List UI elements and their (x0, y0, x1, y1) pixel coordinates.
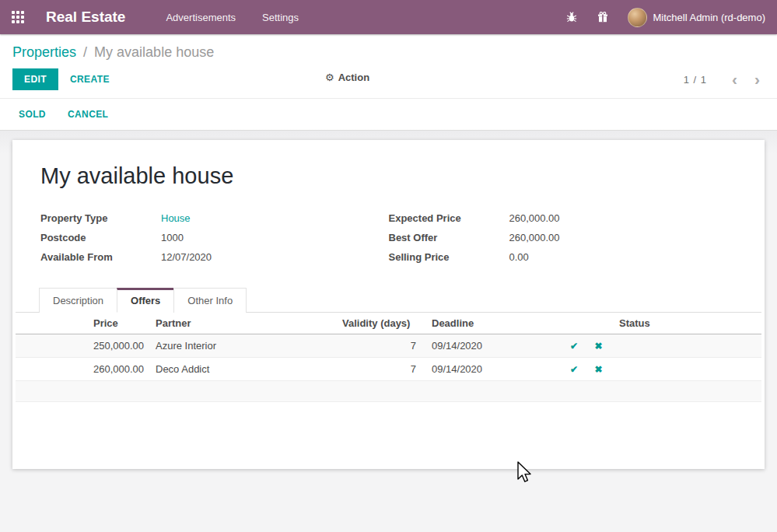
empty-row (16, 381, 761, 402)
tab-other-info[interactable]: Other Info (173, 288, 247, 313)
offer-row-azure-interior[interactable]: 250,000.00 Azure Interior 7 09/14/2020 ✔… (16, 334, 761, 358)
refuse-offer-icon[interactable]: ✖ (594, 364, 602, 375)
postcode-label: Postcode (40, 232, 161, 243)
available-from-label: Available From (40, 251, 161, 263)
offer-validity: 7 (334, 358, 424, 381)
handle-column-header (16, 313, 86, 334)
menu-advertisements[interactable]: Advertisements (166, 12, 236, 23)
sold-button[interactable]: SOLD (19, 109, 46, 120)
offer-partner: Azure Interior (148, 334, 334, 358)
gift-icon[interactable] (597, 11, 609, 23)
action-menu-button[interactable]: ⚙ Action (325, 72, 369, 83)
validity-column-header[interactable]: Validity (days) (334, 313, 424, 334)
main-menu: Advertisements Settings (166, 12, 299, 23)
best-offer-value: 260,000.00 (509, 232, 560, 243)
postcode-value: 1000 (161, 232, 184, 243)
pager-count: 1 / 1 (684, 74, 707, 86)
offer-price: 260,000.00 (86, 358, 148, 381)
user-name: Mitchell Admin (rd-demo) (653, 12, 766, 23)
field-column-left: Property Type House Postcode 1000 Availa… (40, 212, 389, 271)
offers-table-header-row: Price Partner Validity (days) Deadline S… (16, 313, 761, 334)
gear-icon: ⚙ (325, 72, 334, 83)
top-navbar: Real Estate Advertisements Settings (0, 0, 777, 34)
navbar-right: Mitchell Admin (rd-demo) (565, 8, 766, 27)
form-sheet: My available house Property Type House P… (12, 140, 765, 469)
field-best-offer: Best Offer 260,000.00 (389, 232, 737, 243)
available-from-value: 12/07/2020 (161, 251, 212, 263)
notebook: Description Offers Other Info Price Part… (16, 288, 761, 402)
offer-status (611, 358, 761, 381)
control-panel-buttons: EDIT CREATE ⚙ Action 1 / 1 ‹ › (12, 68, 765, 90)
property-type-value[interactable]: House (161, 212, 191, 224)
record-title: My available house (40, 163, 737, 189)
field-expected-price: Expected Price 260,000.00 (389, 212, 737, 224)
offers-table: Price Partner Validity (days) Deadline S… (16, 313, 761, 402)
field-column-right: Expected Price 260,000.00 Best Offer 260… (389, 212, 737, 271)
field-grid: Property Type House Postcode 1000 Availa… (40, 212, 737, 271)
accept-offer-icon[interactable]: ✔ (570, 341, 578, 352)
field-selling-price: Selling Price 0.00 (389, 251, 737, 263)
form-view-background: My available house Property Type House P… (0, 131, 777, 478)
create-button[interactable]: CREATE (58, 68, 121, 90)
price-column-header[interactable]: Price (86, 313, 148, 334)
tab-description[interactable]: Description (39, 288, 117, 313)
field-property-type: Property Type House (40, 212, 389, 224)
edit-button[interactable]: EDIT (12, 68, 58, 90)
tab-offers[interactable]: Offers (117, 288, 174, 313)
control-panel: Properties / My available house EDIT CRE… (0, 34, 777, 98)
property-type-label: Property Type (40, 212, 161, 224)
pager-next-icon[interactable]: › (750, 72, 765, 86)
breadcrumb: Properties / My available house (12, 44, 765, 61)
form-statusbar: SOLD CANCEL (0, 98, 777, 131)
refuse-offer-icon[interactable]: ✖ (594, 341, 602, 352)
status-column-header[interactable]: Status (611, 313, 761, 334)
breadcrumb-current: My available house (94, 44, 214, 60)
debug-bug-icon[interactable] (565, 11, 578, 23)
apps-grid-icon[interactable] (12, 11, 24, 23)
offer-deadline: 09/14/2020 (424, 334, 562, 358)
menu-settings[interactable]: Settings (262, 12, 299, 23)
field-postcode: Postcode 1000 (40, 232, 389, 243)
tab-bar: Description Offers Other Info (16, 288, 761, 313)
offer-deadline: 09/14/2020 (424, 358, 562, 381)
pager: 1 / 1 ‹ › (684, 72, 765, 86)
field-available-from: Available From 12/07/2020 (40, 251, 389, 263)
app-name[interactable]: Real Estate (46, 9, 125, 26)
accept-column-header (562, 313, 586, 334)
user-menu[interactable]: Mitchell Admin (rd-demo) (628, 8, 766, 27)
breadcrumb-properties[interactable]: Properties (12, 44, 76, 60)
expected-price-value: 260,000.00 (509, 212, 560, 224)
offer-row-deco-addict[interactable]: 260,000.00 Deco Addict 7 09/14/2020 ✔ ✖ (16, 358, 761, 381)
partner-column-header[interactable]: Partner (148, 313, 334, 334)
offer-price: 250,000.00 (86, 334, 148, 358)
user-avatar (628, 8, 647, 27)
offer-validity: 7 (334, 334, 424, 358)
deadline-column-header[interactable]: Deadline (424, 313, 562, 334)
breadcrumb-separator: / (83, 44, 87, 60)
action-label: Action (338, 72, 369, 83)
pager-previous-icon[interactable]: ‹ (727, 72, 742, 86)
offer-partner: Deco Addict (148, 358, 334, 381)
selling-price-value: 0.00 (509, 251, 529, 263)
selling-price-label: Selling Price (389, 251, 509, 263)
cancel-button[interactable]: CANCEL (68, 109, 108, 120)
accept-offer-icon[interactable]: ✔ (570, 364, 578, 375)
offer-status (611, 334, 761, 358)
expected-price-label: Expected Price (389, 212, 509, 224)
best-offer-label: Best Offer (389, 232, 509, 243)
refuse-column-header (586, 313, 611, 334)
